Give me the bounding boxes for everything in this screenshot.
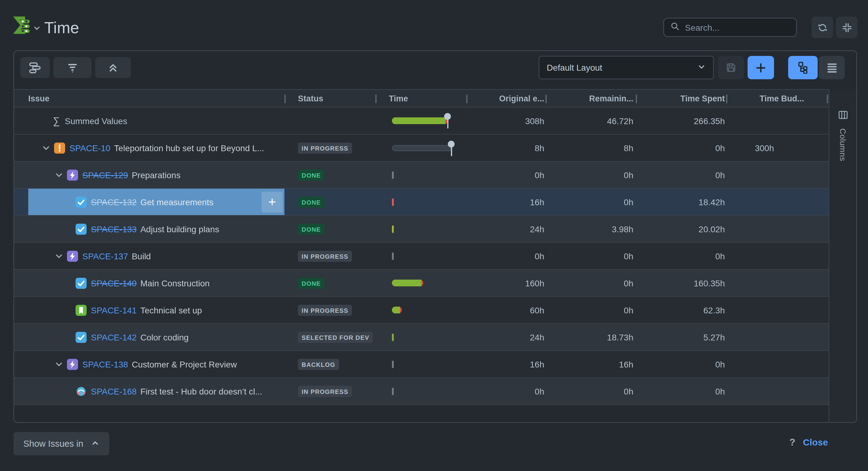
structure-logo-icon[interactable] xyxy=(12,16,31,35)
issue-cell[interactable]: SPACE-129Preparations xyxy=(14,161,284,188)
expand-chevron-icon[interactable] xyxy=(55,360,64,369)
issue-cell[interactable]: SPACE-138Customer & Project Review xyxy=(14,351,284,377)
issue-cell[interactable]: SPACE-132Get measurements+ xyxy=(14,189,284,215)
issue-key-link[interactable]: SPACE-140 xyxy=(91,278,137,288)
issue-key-link[interactable]: SPACE-138 xyxy=(82,359,128,369)
time-budget-cell[interactable] xyxy=(726,243,829,269)
original-estimate-cell[interactable]: 8h xyxy=(466,135,546,161)
original-estimate-cell[interactable]: 160h xyxy=(466,270,546,296)
time-cell[interactable] xyxy=(375,161,466,188)
status-cell[interactable]: DONE xyxy=(284,161,375,188)
status-cell[interactable]: BACKLOG xyxy=(284,351,375,377)
search-input[interactable] xyxy=(685,23,790,32)
remaining-estimate-cell[interactable]: 0h xyxy=(546,297,636,323)
original-estimate-cell[interactable]: 0h xyxy=(466,243,546,269)
time-spent-cell[interactable]: 0h xyxy=(636,378,726,404)
table-row[interactable]: SPACE-137BuildIN PROGRESS0h0h0h xyxy=(14,243,829,270)
issue-key-link[interactable]: SPACE-137 xyxy=(82,251,128,261)
expand-chevron-icon[interactable] xyxy=(55,171,64,179)
status-cell[interactable]: SELECTED FOR DEV xyxy=(284,324,375,350)
time-spent-cell[interactable]: 20.02h xyxy=(636,216,726,242)
issue-key-link[interactable]: SPACE-129 xyxy=(82,170,128,180)
columns-side-panel[interactable]: Columns xyxy=(829,89,856,422)
issue-cell[interactable]: SPACE-137Build xyxy=(14,243,284,269)
remaining-estimate-cell[interactable]: 0h xyxy=(546,189,636,215)
time-budget-cell[interactable] xyxy=(726,351,829,377)
status-cell[interactable]: IN PROGRESS xyxy=(284,378,375,404)
time-spent-cell[interactable]: 0h xyxy=(636,243,726,269)
time-slider-track[interactable] xyxy=(392,145,452,151)
remaining-estimate-cell[interactable]: 0h xyxy=(546,161,636,188)
time-cell[interactable] xyxy=(375,297,466,323)
add-child-issue-button[interactable]: + xyxy=(262,192,283,213)
column-header-issue[interactable]: Issue xyxy=(14,90,284,107)
time-spent-cell[interactable]: 5.27h xyxy=(636,324,726,350)
time-budget-cell[interactable] xyxy=(726,189,829,215)
app-switcher-caret-icon[interactable] xyxy=(33,23,40,34)
original-estimate-cell[interactable]: 0h xyxy=(466,161,546,188)
layout-select[interactable]: Default Layout xyxy=(539,56,714,79)
issue-cell[interactable]: SPACE-133Adjust building plans xyxy=(14,216,284,242)
time-spent-cell[interactable]: 160.35h xyxy=(636,270,726,296)
column-header-time[interactable]: Time xyxy=(375,90,466,107)
table-row[interactable]: SPACE-132Get measurements+DONE16h0h18.42… xyxy=(14,189,829,216)
time-cell[interactable] xyxy=(375,243,466,269)
save-layout-button[interactable] xyxy=(718,56,744,79)
time-cell[interactable] xyxy=(375,216,466,242)
status-cell[interactable]: IN PROGRESS xyxy=(284,135,375,161)
collapse-all-button[interactable] xyxy=(95,57,131,78)
original-estimate-cell[interactable]: 24h xyxy=(466,216,546,242)
column-header-status[interactable]: Status xyxy=(284,90,375,107)
time-budget-cell[interactable] xyxy=(726,297,829,323)
column-resize-handle[interactable] xyxy=(827,95,828,103)
time-budget-cell[interactable] xyxy=(726,378,829,404)
remaining-estimate-cell[interactable]: 0h xyxy=(546,243,636,269)
time-pin-marker[interactable] xyxy=(444,113,451,120)
group-by-button[interactable] xyxy=(20,57,50,78)
time-spent-cell[interactable]: 18.42h xyxy=(636,189,726,215)
remaining-estimate-cell[interactable]: 3.98h xyxy=(546,216,636,242)
time-cell[interactable] xyxy=(375,270,466,296)
table-row[interactable]: SPACE-142Color codingSELECTED FOR DEV24h… xyxy=(14,324,829,351)
time-cell[interactable] xyxy=(375,351,466,377)
original-estimate-cell[interactable]: 60h xyxy=(466,297,546,323)
time-cell[interactable] xyxy=(375,378,466,404)
table-row[interactable]: SPACE-133Adjust building plansDONE24h3.9… xyxy=(14,216,829,243)
time-pin-marker[interactable] xyxy=(448,140,455,147)
remaining-estimate-cell[interactable]: 8h xyxy=(546,135,636,161)
time-budget-cell[interactable] xyxy=(726,270,829,296)
remaining-estimate-cell[interactable]: 0h xyxy=(546,378,636,404)
add-button[interactable] xyxy=(748,56,774,79)
column-header-time-spent[interactable]: Time Spent xyxy=(636,90,726,107)
issue-cell[interactable]: SPACE-10Teleportation hub set up for Bey… xyxy=(14,135,284,161)
time-cell[interactable] xyxy=(375,324,466,350)
summed-values-row[interactable]: ∑ Summed Values 308h 46.72h 266.35h xyxy=(14,108,829,135)
column-header-remaining[interactable]: Remainin... xyxy=(546,90,636,107)
expand-chevron-icon[interactable] xyxy=(42,144,52,152)
time-budget-cell[interactable] xyxy=(726,161,829,188)
issue-key-link[interactable]: SPACE-132 xyxy=(91,197,137,207)
table-row[interactable]: SPACE-138Customer & Project ReviewBACKLO… xyxy=(14,351,829,378)
status-cell[interactable]: DONE xyxy=(284,189,375,215)
search-box[interactable] xyxy=(663,18,797,37)
time-budget-cell[interactable] xyxy=(726,324,829,350)
hierarchy-toggle-button[interactable] xyxy=(788,56,818,79)
status-cell[interactable]: IN PROGRESS xyxy=(284,243,375,269)
time-budget-cell[interactable]: 300h xyxy=(726,135,829,161)
status-cell[interactable]: DONE xyxy=(284,270,375,296)
issue-key-link[interactable]: SPACE-142 xyxy=(91,332,137,342)
column-header-original-estimate[interactable]: Original e... xyxy=(466,90,546,107)
status-cell[interactable]: DONE xyxy=(284,216,375,242)
time-budget-cell[interactable] xyxy=(726,216,829,242)
table-row[interactable]: SPACE-168First test - Hub door doesn’t c… xyxy=(14,378,829,405)
table-row[interactable]: SPACE-129PreparationsDONE0h0h0h xyxy=(14,161,829,189)
time-spent-cell[interactable]: 0h xyxy=(636,351,726,377)
time-spent-cell[interactable]: 62.3h xyxy=(636,297,726,323)
issue-cell[interactable]: SPACE-141Technical set up xyxy=(14,297,284,323)
expand-chevron-icon[interactable] xyxy=(55,252,64,260)
time-cell[interactable] xyxy=(375,189,466,215)
table-row[interactable]: SPACE-10Teleportation hub set up for Bey… xyxy=(14,135,829,161)
original-estimate-cell[interactable]: 24h xyxy=(466,324,546,350)
issue-cell[interactable]: SPACE-140Main Construction xyxy=(14,270,284,296)
table-row[interactable]: SPACE-141Technical set upIN PROGRESS60h0… xyxy=(14,297,829,324)
